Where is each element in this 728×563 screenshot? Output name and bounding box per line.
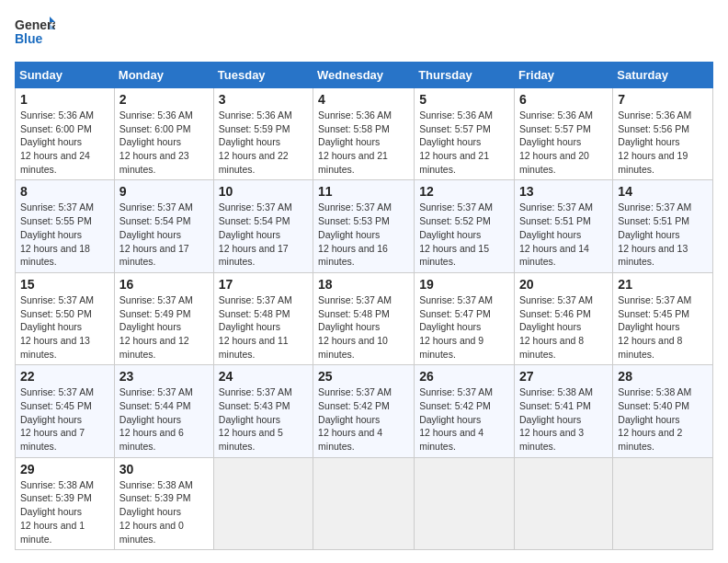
calendar-week-row: 22 Sunrise: 5:37 AMSunset: 5:45 PMDaylig… [16, 365, 713, 457]
calendar-cell: 19 Sunrise: 5:37 AMSunset: 5:47 PMDaylig… [415, 272, 515, 364]
calendar-cell: 8 Sunrise: 5:37 AMSunset: 5:55 PMDayligh… [16, 180, 115, 272]
day-number: 5 [419, 92, 509, 107]
day-number: 4 [318, 92, 409, 107]
day-number: 28 [618, 369, 708, 384]
day-info: Sunrise: 5:37 AMSunset: 5:48 PMDaylight … [219, 293, 308, 361]
day-number: 17 [219, 277, 308, 292]
day-number: 22 [20, 369, 109, 384]
calendar-week-row: 8 Sunrise: 5:37 AMSunset: 5:55 PMDayligh… [16, 180, 713, 272]
day-info: Sunrise: 5:37 AMSunset: 5:53 PMDaylight … [318, 201, 409, 268]
calendar-week-row: 1 Sunrise: 5:36 AMSunset: 6:00 PMDayligh… [16, 88, 713, 180]
day-info: Sunrise: 5:37 AMSunset: 5:49 PMDaylight … [119, 293, 209, 361]
day-number: 13 [519, 184, 608, 199]
day-info: Sunrise: 5:37 AMSunset: 5:55 PMDaylight … [20, 201, 109, 268]
calendar-cell: 29 Sunrise: 5:38 AMSunset: 5:39 PMDaylig… [16, 457, 115, 549]
svg-text:General: General [15, 17, 55, 32]
calendar-cell: 30 Sunrise: 5:38 AMSunset: 5:39 PMDaylig… [114, 457, 213, 549]
weekday-header: Monday [114, 63, 213, 88]
day-info: Sunrise: 5:37 AMSunset: 5:54 PMDaylight … [219, 201, 308, 268]
day-info: Sunrise: 5:37 AMSunset: 5:45 PMDaylight … [20, 385, 109, 453]
day-number: 10 [219, 184, 308, 199]
day-info: Sunrise: 5:37 AMSunset: 5:46 PMDaylight … [519, 293, 608, 361]
day-number: 16 [119, 277, 209, 292]
day-number: 29 [20, 462, 109, 477]
calendar-cell [613, 457, 713, 549]
calendar-cell: 14 Sunrise: 5:37 AMSunset: 5:51 PMDaylig… [613, 180, 713, 272]
weekday-header: Tuesday [213, 63, 313, 88]
weekday-header: Saturday [613, 63, 713, 88]
calendar-cell: 10 Sunrise: 5:37 AMSunset: 5:54 PMDaylig… [213, 180, 313, 272]
day-info: Sunrise: 5:37 AMSunset: 5:44 PMDaylight … [119, 385, 209, 453]
day-number: 1 [20, 92, 109, 107]
day-info: Sunrise: 5:37 AMSunset: 5:42 PMDaylight … [318, 385, 409, 453]
day-number: 26 [419, 369, 509, 384]
day-info: Sunrise: 5:37 AMSunset: 5:47 PMDaylight … [419, 293, 509, 361]
day-info: Sunrise: 5:37 AMSunset: 5:52 PMDaylight … [419, 201, 509, 268]
day-number: 21 [618, 277, 708, 292]
day-number: 11 [318, 184, 409, 199]
day-info: Sunrise: 5:37 AMSunset: 5:45 PMDaylight … [618, 293, 708, 361]
day-number: 25 [318, 369, 409, 384]
day-info: Sunrise: 5:36 AMSunset: 5:56 PMDaylight … [618, 109, 708, 176]
day-number: 14 [618, 184, 708, 199]
day-info: Sunrise: 5:37 AMSunset: 5:54 PMDaylight … [119, 201, 209, 268]
calendar-cell: 2 Sunrise: 5:36 AMSunset: 6:00 PMDayligh… [114, 88, 213, 180]
calendar-cell: 26 Sunrise: 5:37 AMSunset: 5:42 PMDaylig… [415, 365, 515, 457]
calendar-cell: 5 Sunrise: 5:36 AMSunset: 5:57 PMDayligh… [415, 88, 515, 180]
day-info: Sunrise: 5:37 AMSunset: 5:51 PMDaylight … [519, 201, 608, 268]
day-info: Sunrise: 5:36 AMSunset: 6:00 PMDaylight … [20, 109, 109, 176]
day-info: Sunrise: 5:36 AMSunset: 6:00 PMDaylight … [119, 109, 209, 176]
calendar-cell: 13 Sunrise: 5:37 AMSunset: 5:51 PMDaylig… [515, 180, 613, 272]
weekday-header: Friday [515, 63, 613, 88]
day-number: 9 [119, 184, 209, 199]
weekday-header: Sunday [16, 63, 115, 88]
day-info: Sunrise: 5:36 AMSunset: 5:59 PMDaylight … [219, 109, 308, 176]
day-number: 23 [119, 369, 209, 384]
calendar-cell: 12 Sunrise: 5:37 AMSunset: 5:52 PMDaylig… [415, 180, 515, 272]
calendar-cell: 17 Sunrise: 5:37 AMSunset: 5:48 PMDaylig… [213, 272, 313, 364]
calendar-cell: 15 Sunrise: 5:37 AMSunset: 5:50 PMDaylig… [16, 272, 115, 364]
day-info: Sunrise: 5:37 AMSunset: 5:51 PMDaylight … [618, 201, 708, 268]
day-number: 2 [119, 92, 209, 107]
calendar-cell: 16 Sunrise: 5:37 AMSunset: 5:49 PMDaylig… [114, 272, 213, 364]
calendar-cell [515, 457, 613, 549]
day-number: 15 [20, 277, 109, 292]
calendar-cell: 27 Sunrise: 5:38 AMSunset: 5:41 PMDaylig… [515, 365, 613, 457]
day-number: 8 [20, 184, 109, 199]
day-info: Sunrise: 5:38 AMSunset: 5:39 PMDaylight … [119, 478, 209, 546]
weekday-header: Wednesday [313, 63, 415, 88]
weekday-header: Thursday [415, 63, 515, 88]
day-info: Sunrise: 5:38 AMSunset: 5:39 PMDaylight … [20, 478, 109, 546]
calendar-cell: 22 Sunrise: 5:37 AMSunset: 5:45 PMDaylig… [16, 365, 115, 457]
calendar-cell: 7 Sunrise: 5:36 AMSunset: 5:56 PMDayligh… [613, 88, 713, 180]
calendar-cell: 3 Sunrise: 5:36 AMSunset: 5:59 PMDayligh… [213, 88, 313, 180]
day-info: Sunrise: 5:37 AMSunset: 5:48 PMDaylight … [318, 293, 409, 361]
calendar-cell: 28 Sunrise: 5:38 AMSunset: 5:40 PMDaylig… [613, 365, 713, 457]
calendar-cell: 21 Sunrise: 5:37 AMSunset: 5:45 PMDaylig… [613, 272, 713, 364]
day-number: 19 [419, 277, 509, 292]
calendar-cell: 4 Sunrise: 5:36 AMSunset: 5:58 PMDayligh… [313, 88, 415, 180]
calendar-cell: 11 Sunrise: 5:37 AMSunset: 5:53 PMDaylig… [313, 180, 415, 272]
day-number: 20 [519, 277, 608, 292]
calendar-cell: 6 Sunrise: 5:36 AMSunset: 5:57 PMDayligh… [515, 88, 613, 180]
calendar-cell [213, 457, 313, 549]
day-info: Sunrise: 5:36 AMSunset: 5:58 PMDaylight … [318, 109, 409, 176]
calendar-cell: 18 Sunrise: 5:37 AMSunset: 5:48 PMDaylig… [313, 272, 415, 364]
svg-text:Blue: Blue [15, 31, 43, 46]
day-number: 27 [519, 369, 608, 384]
calendar-cell: 24 Sunrise: 5:37 AMSunset: 5:43 PMDaylig… [213, 365, 313, 457]
calendar-cell: 9 Sunrise: 5:37 AMSunset: 5:54 PMDayligh… [114, 180, 213, 272]
day-info: Sunrise: 5:36 AMSunset: 5:57 PMDaylight … [519, 109, 608, 176]
day-number: 7 [618, 92, 708, 107]
day-info: Sunrise: 5:37 AMSunset: 5:43 PMDaylight … [219, 385, 308, 453]
page-header: General Blue [15, 15, 713, 52]
day-info: Sunrise: 5:36 AMSunset: 5:57 PMDaylight … [419, 109, 509, 176]
logo: General Blue [15, 15, 55, 52]
day-number: 18 [318, 277, 409, 292]
day-number: 24 [219, 369, 308, 384]
calendar-table: SundayMondayTuesdayWednesdayThursdayFrid… [15, 62, 713, 550]
day-info: Sunrise: 5:37 AMSunset: 5:42 PMDaylight … [419, 385, 509, 453]
logo-icon: General Blue [15, 15, 55, 50]
day-info: Sunrise: 5:38 AMSunset: 5:40 PMDaylight … [618, 385, 708, 453]
calendar-cell: 1 Sunrise: 5:36 AMSunset: 6:00 PMDayligh… [16, 88, 115, 180]
